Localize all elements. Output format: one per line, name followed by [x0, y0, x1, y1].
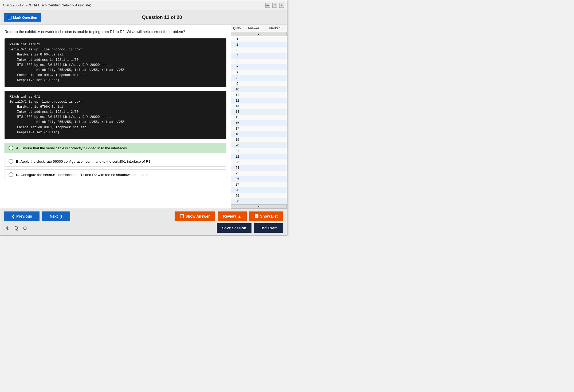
side-panel-row-1[interactable]: 1	[231, 36, 287, 42]
mark-question-button[interactable]: Mark Question	[4, 13, 41, 22]
exhibit-2-line-3: Hardware is GT96K Serial	[9, 105, 222, 110]
side-panel-row-28[interactable]: 28	[231, 187, 287, 193]
side-panel-row-12[interactable]: 12	[231, 98, 287, 103]
row-answer	[243, 93, 264, 97]
row-num: 17	[232, 127, 243, 130]
row-marked	[264, 138, 286, 142]
side-panel-row-18[interactable]: 18	[231, 131, 287, 137]
exhibit-2-line-4: Internet address is 192.1.1.2/30	[9, 110, 222, 115]
zoom-in-button[interactable]: ⊕	[4, 225, 11, 231]
window-title: Cisco 200-125 (CCNA Cisco Certified Netw…	[3, 3, 91, 7]
side-panel-row-21[interactable]: 21	[231, 148, 287, 154]
row-num: 18	[232, 132, 243, 136]
titlebar: Cisco 200-125 (CCNA Cisco Certified Netw…	[0, 0, 287, 10]
row-num: 22	[232, 155, 243, 158]
side-panel-row-13[interactable]: 13	[231, 103, 287, 109]
row-marked	[264, 143, 286, 147]
row-answer	[243, 177, 264, 181]
row-marked	[264, 93, 286, 97]
exhibit-2-line-2: Serial0/1 is up, line protocol is down	[9, 99, 222, 105]
row-marked	[264, 149, 286, 153]
zoom-out-button[interactable]: ⊖	[21, 225, 29, 231]
row-answer	[243, 199, 264, 203]
side-panel-row-19[interactable]: 19	[231, 137, 287, 143]
nav-row: ❮ Previous Next ❯ Show Answer Review ▲ ✓…	[4, 211, 283, 221]
previous-label: Previous	[16, 214, 32, 218]
next-button[interactable]: Next ❯	[42, 211, 70, 221]
side-panel-row-22[interactable]: 22	[231, 154, 287, 159]
row-marked	[264, 87, 286, 91]
side-panel-row-27[interactable]: 27	[231, 182, 287, 187]
side-panel-row-5[interactable]: 5	[231, 59, 287, 64]
side-panel-row-17[interactable]: 17	[231, 126, 287, 131]
col-q-no: Q No.	[232, 26, 243, 30]
side-panel-row-8[interactable]: 8	[231, 75, 287, 81]
side-panel-row-25[interactable]: 25	[231, 171, 287, 176]
row-num: 2	[232, 43, 243, 46]
row-answer	[243, 37, 264, 41]
side-panel-row-7[interactable]: 7	[231, 70, 287, 75]
main-window: Cisco 200-125 (CCNA Cisco Certified Netw…	[0, 0, 287, 236]
next-chevron-icon: ❯	[60, 214, 63, 218]
exhibit-2-line-7: Encapsulation HDLC, loopback not set	[9, 125, 222, 130]
row-marked	[264, 65, 286, 69]
row-answer	[243, 82, 264, 86]
zoom-reset-button[interactable]: Q	[13, 225, 20, 231]
side-panel-row-10[interactable]: 10	[231, 87, 287, 92]
side-panel-row-24[interactable]: 24	[231, 165, 287, 171]
row-num: 12	[232, 99, 243, 102]
side-panel-row-30[interactable]: 30	[231, 199, 287, 204]
save-session-button[interactable]: Save Session	[217, 223, 251, 233]
side-panel-row-15[interactable]: 15	[231, 115, 287, 120]
row-answer	[243, 160, 264, 164]
option-a[interactable]: A. Ensure that the serial cable is corre…	[5, 143, 226, 153]
side-panel-row-16[interactable]: 16	[231, 120, 287, 126]
show-list-button[interactable]: ✓ Show List	[249, 211, 283, 221]
row-marked	[264, 121, 286, 125]
end-exam-button[interactable]: End Exam	[254, 223, 283, 233]
row-answer	[243, 188, 264, 192]
previous-button[interactable]: ❮ Previous	[4, 211, 40, 221]
side-panel-row-20[interactable]: 20	[231, 143, 287, 148]
row-answer	[243, 59, 264, 63]
minimize-button[interactable]: —	[265, 3, 270, 8]
end-exam-label: End Exam	[260, 226, 278, 230]
row-marked	[264, 37, 286, 41]
window-controls: — ☐ ✕	[265, 3, 284, 8]
row-marked	[264, 115, 286, 119]
side-panel-row-23[interactable]: 23	[231, 159, 287, 165]
row-num: 1	[232, 37, 243, 41]
panel-scroll-up[interactable]: ▲	[231, 32, 287, 36]
side-panel-row-11[interactable]: 11	[231, 92, 287, 98]
show-answer-button[interactable]: Show Answer	[175, 211, 215, 221]
exhibit-1-line-8: Keepalive set (10 sec)	[9, 78, 222, 83]
side-panel-row-2[interactable]: 2	[231, 42, 287, 47]
question-text: Refer to the exhibit. A network technici…	[5, 29, 226, 35]
side-panel-row-6[interactable]: 6	[231, 64, 287, 70]
side-panel-row-4[interactable]: 4	[231, 53, 287, 59]
review-button[interactable]: Review ▲	[218, 211, 247, 221]
session-row: ⊕ Q ⊖ Save Session End Exam	[4, 223, 283, 233]
row-num: 8	[232, 76, 243, 80]
row-marked	[264, 59, 286, 63]
question-title: Question 13 of 20	[41, 15, 283, 20]
row-num: 30	[232, 199, 243, 203]
side-panel-row-3[interactable]: 3	[231, 47, 287, 53]
row-num: 21	[232, 149, 243, 153]
panel-scroll-down[interactable]: ▼	[231, 204, 287, 209]
row-num: 19	[232, 138, 243, 142]
side-panel-row-26[interactable]: 26	[231, 176, 287, 182]
row-marked	[264, 132, 286, 136]
row-answer	[243, 155, 264, 158]
side-panel-row-9[interactable]: 9	[231, 81, 287, 87]
row-marked	[264, 199, 286, 203]
close-button[interactable]: ✕	[279, 3, 284, 8]
side-panel-row-14[interactable]: 14	[231, 109, 287, 115]
row-marked	[264, 43, 286, 46]
option-c[interactable]: C. Configure the serial0/1 interfaces on…	[5, 169, 226, 180]
row-answer	[243, 143, 264, 147]
row-answer	[243, 87, 264, 91]
maximize-button[interactable]: ☐	[272, 3, 277, 8]
option-b[interactable]: B. Apply the clock rate 56000 configurat…	[5, 156, 226, 167]
side-panel-row-29[interactable]: 29	[231, 193, 287, 199]
